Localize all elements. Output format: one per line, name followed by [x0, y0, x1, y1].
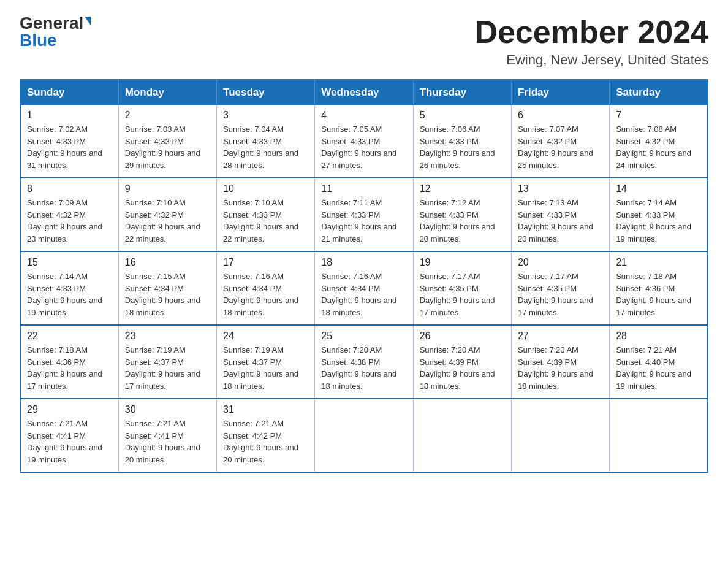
- day-info: Sunrise: 7:21 AMSunset: 4:42 PMDaylight:…: [223, 419, 298, 464]
- calendar-cell: [511, 399, 609, 472]
- day-info: Sunrise: 7:20 AMSunset: 4:38 PMDaylight:…: [321, 345, 396, 391]
- day-number: 29: [27, 404, 112, 415]
- day-number: 14: [616, 183, 701, 194]
- day-number: 5: [420, 110, 505, 121]
- calendar-week-2: 8 Sunrise: 7:09 AMSunset: 4:32 PMDayligh…: [20, 178, 708, 251]
- calendar-cell: 8 Sunrise: 7:09 AMSunset: 4:32 PMDayligh…: [20, 178, 118, 251]
- day-info: Sunrise: 7:18 AMSunset: 4:36 PMDaylight:…: [616, 272, 691, 317]
- calendar-cell: 21 Sunrise: 7:18 AMSunset: 4:36 PMDaylig…: [610, 251, 708, 325]
- title-block: December 2024 Ewing, New Jersey, United …: [474, 15, 708, 68]
- day-number: 18: [321, 257, 406, 268]
- header-cell-tuesday: Tuesday: [217, 80, 315, 105]
- calendar-week-5: 29 Sunrise: 7:21 AMSunset: 4:41 PMDaylig…: [20, 399, 708, 472]
- logo-triangle-icon: [85, 17, 91, 25]
- day-number: 28: [616, 331, 701, 342]
- header-cell-sunday: Sunday: [20, 80, 118, 105]
- day-number: 30: [125, 404, 210, 415]
- calendar-cell: 22 Sunrise: 7:18 AMSunset: 4:36 PMDaylig…: [20, 325, 118, 399]
- calendar-cell: 7 Sunrise: 7:08 AMSunset: 4:32 PMDayligh…: [610, 105, 708, 178]
- day-info: Sunrise: 7:08 AMSunset: 4:32 PMDaylight:…: [616, 124, 691, 170]
- day-info: Sunrise: 7:16 AMSunset: 4:34 PMDaylight:…: [321, 272, 396, 317]
- calendar-cell: 5 Sunrise: 7:06 AMSunset: 4:33 PMDayligh…: [413, 105, 511, 178]
- day-info: Sunrise: 7:19 AMSunset: 4:37 PMDaylight:…: [223, 345, 298, 391]
- calendar-cell: 10 Sunrise: 7:10 AMSunset: 4:33 PMDaylig…: [217, 178, 315, 251]
- day-number: 22: [27, 331, 112, 342]
- calendar-week-3: 15 Sunrise: 7:14 AMSunset: 4:33 PMDaylig…: [20, 251, 708, 325]
- day-number: 20: [518, 257, 603, 268]
- day-number: 11: [321, 183, 406, 194]
- day-info: Sunrise: 7:15 AMSunset: 4:34 PMDaylight:…: [125, 272, 200, 317]
- day-number: 10: [223, 183, 308, 194]
- calendar-cell: 26 Sunrise: 7:20 AMSunset: 4:39 PMDaylig…: [413, 325, 511, 399]
- logo-general: General: [20, 15, 83, 32]
- calendar-cell: 15 Sunrise: 7:14 AMSunset: 4:33 PMDaylig…: [20, 251, 118, 325]
- day-number: 9: [125, 183, 210, 194]
- day-number: 4: [321, 110, 406, 121]
- day-number: 31: [223, 404, 308, 415]
- day-number: 3: [223, 110, 308, 121]
- header-cell-friday: Friday: [511, 80, 609, 105]
- day-info: Sunrise: 7:20 AMSunset: 4:39 PMDaylight:…: [420, 345, 495, 391]
- calendar-cell: 6 Sunrise: 7:07 AMSunset: 4:32 PMDayligh…: [511, 105, 609, 178]
- day-number: 24: [223, 331, 308, 342]
- day-number: 26: [420, 331, 505, 342]
- day-info: Sunrise: 7:06 AMSunset: 4:33 PMDaylight:…: [420, 124, 495, 170]
- day-info: Sunrise: 7:14 AMSunset: 4:33 PMDaylight:…: [27, 272, 102, 317]
- calendar-cell: 28 Sunrise: 7:21 AMSunset: 4:40 PMDaylig…: [610, 325, 708, 399]
- day-info: Sunrise: 7:21 AMSunset: 4:41 PMDaylight:…: [125, 419, 200, 464]
- calendar-cell: 13 Sunrise: 7:13 AMSunset: 4:33 PMDaylig…: [511, 178, 609, 251]
- calendar-cell: 29 Sunrise: 7:21 AMSunset: 4:41 PMDaylig…: [20, 399, 118, 472]
- day-info: Sunrise: 7:16 AMSunset: 4:34 PMDaylight:…: [223, 272, 298, 317]
- calendar-cell: 17 Sunrise: 7:16 AMSunset: 4:34 PMDaylig…: [217, 251, 315, 325]
- page-header: General Blue December 2024 Ewing, New Je…: [20, 15, 708, 68]
- calendar-table: SundayMondayTuesdayWednesdayThursdayFrid…: [20, 79, 708, 473]
- calendar-cell: 30 Sunrise: 7:21 AMSunset: 4:41 PMDaylig…: [118, 399, 216, 472]
- calendar-cell: 20 Sunrise: 7:17 AMSunset: 4:35 PMDaylig…: [511, 251, 609, 325]
- calendar-subtitle: Ewing, New Jersey, United States: [474, 52, 708, 68]
- calendar-cell: 16 Sunrise: 7:15 AMSunset: 4:34 PMDaylig…: [118, 251, 216, 325]
- day-info: Sunrise: 7:17 AMSunset: 4:35 PMDaylight:…: [518, 272, 593, 317]
- day-number: 2: [125, 110, 210, 121]
- day-number: 7: [616, 110, 701, 121]
- calendar-cell: 25 Sunrise: 7:20 AMSunset: 4:38 PMDaylig…: [315, 325, 413, 399]
- day-number: 8: [27, 183, 112, 194]
- logo-blue: Blue: [20, 32, 57, 49]
- header-row: SundayMondayTuesdayWednesdayThursdayFrid…: [20, 80, 708, 105]
- calendar-body: 1 Sunrise: 7:02 AMSunset: 4:33 PMDayligh…: [20, 105, 708, 472]
- day-info: Sunrise: 7:04 AMSunset: 4:33 PMDaylight:…: [223, 124, 298, 170]
- day-number: 19: [420, 257, 505, 268]
- calendar-cell: [315, 399, 413, 472]
- header-cell-thursday: Thursday: [413, 80, 511, 105]
- day-info: Sunrise: 7:10 AMSunset: 4:33 PMDaylight:…: [223, 198, 298, 243]
- day-info: Sunrise: 7:19 AMSunset: 4:37 PMDaylight:…: [125, 345, 200, 391]
- day-number: 17: [223, 257, 308, 268]
- calendar-cell: [610, 399, 708, 472]
- day-info: Sunrise: 7:20 AMSunset: 4:39 PMDaylight:…: [518, 345, 593, 391]
- day-info: Sunrise: 7:18 AMSunset: 4:36 PMDaylight:…: [27, 345, 102, 391]
- day-number: 23: [125, 331, 210, 342]
- logo: General Blue: [20, 15, 91, 49]
- calendar-cell: 12 Sunrise: 7:12 AMSunset: 4:33 PMDaylig…: [413, 178, 511, 251]
- calendar-cell: 1 Sunrise: 7:02 AMSunset: 4:33 PMDayligh…: [20, 105, 118, 178]
- calendar-cell: 14 Sunrise: 7:14 AMSunset: 4:33 PMDaylig…: [610, 178, 708, 251]
- header-cell-saturday: Saturday: [610, 80, 708, 105]
- day-number: 16: [125, 257, 210, 268]
- header-cell-wednesday: Wednesday: [315, 80, 413, 105]
- day-info: Sunrise: 7:14 AMSunset: 4:33 PMDaylight:…: [616, 198, 691, 243]
- header-cell-monday: Monday: [118, 80, 216, 105]
- day-info: Sunrise: 7:21 AMSunset: 4:41 PMDaylight:…: [27, 419, 102, 464]
- calendar-title: December 2024: [474, 15, 708, 50]
- day-number: 25: [321, 331, 406, 342]
- calendar-cell: [413, 399, 511, 472]
- day-info: Sunrise: 7:13 AMSunset: 4:33 PMDaylight:…: [518, 198, 593, 243]
- calendar-cell: 18 Sunrise: 7:16 AMSunset: 4:34 PMDaylig…: [315, 251, 413, 325]
- calendar-cell: 27 Sunrise: 7:20 AMSunset: 4:39 PMDaylig…: [511, 325, 609, 399]
- day-number: 6: [518, 110, 603, 121]
- calendar-cell: 23 Sunrise: 7:19 AMSunset: 4:37 PMDaylig…: [118, 325, 216, 399]
- calendar-cell: 2 Sunrise: 7:03 AMSunset: 4:33 PMDayligh…: [118, 105, 216, 178]
- calendar-cell: 31 Sunrise: 7:21 AMSunset: 4:42 PMDaylig…: [217, 399, 315, 472]
- day-info: Sunrise: 7:09 AMSunset: 4:32 PMDaylight:…: [27, 198, 102, 243]
- calendar-cell: 11 Sunrise: 7:11 AMSunset: 4:33 PMDaylig…: [315, 178, 413, 251]
- day-info: Sunrise: 7:10 AMSunset: 4:32 PMDaylight:…: [125, 198, 200, 243]
- day-number: 21: [616, 257, 701, 268]
